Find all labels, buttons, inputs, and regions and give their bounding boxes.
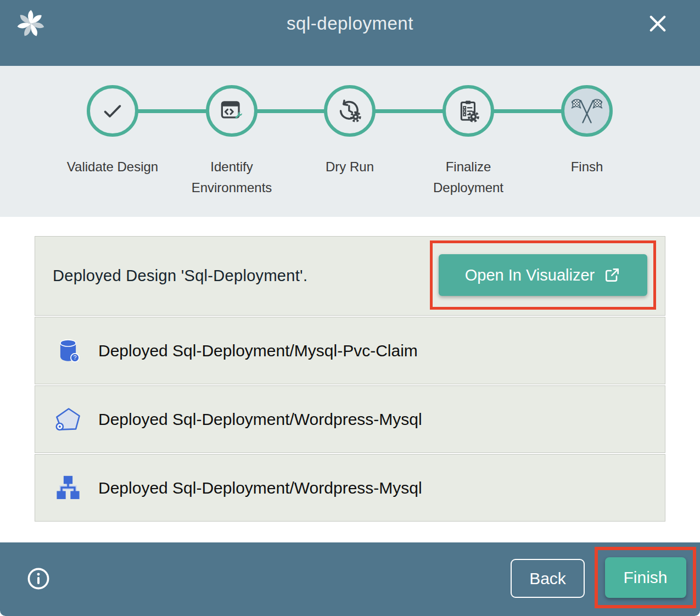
- hierarchy-icon: [54, 474, 82, 502]
- stepper: Validate Design Identify Environments: [0, 66, 700, 217]
- pentagon-icon: [54, 405, 82, 434]
- modal-header: sql-deployment: [0, 0, 700, 66]
- result-row-text: Deployed Sql-Deployment/Wordpress-Mysql: [98, 479, 422, 497]
- step-identify-environments: Identify Environments: [172, 85, 291, 199]
- result-row-wordpress-mysql-1: Deployed Sql-Deployment/Wordpress-Mysql: [35, 385, 665, 453]
- design-status-row: Deployed Design 'Sql-Deployment'. Open I…: [35, 236, 665, 316]
- design-status-text: Deployed Design 'Sql-Deployment'.: [53, 267, 307, 285]
- annotation-finish: Finish: [595, 547, 696, 608]
- external-link-icon: [603, 266, 621, 284]
- result-row-text: Deployed Sql-Deployment/Wordpress-Mysql: [98, 410, 422, 429]
- step-label: Dry Run: [303, 156, 396, 177]
- checkmark-icon[interactable]: [87, 85, 138, 137]
- step-label: Identify Environments: [185, 156, 278, 199]
- finish-flags-icon[interactable]: [561, 85, 613, 137]
- back-button[interactable]: Back: [511, 559, 585, 598]
- result-row-wordpress-mysql-2: Deployed Sql-Deployment/Wordpress-Mysql: [35, 454, 665, 522]
- deployment-modal: sql-deployment Validate Design: [0, 0, 700, 616]
- deployment-results: Deployed Design 'Sql-Deployment'. Open I…: [0, 217, 700, 542]
- step-label: Finsh: [540, 156, 634, 177]
- step-dry-run: Dry Run: [290, 85, 409, 177]
- close-icon[interactable]: [646, 12, 669, 35]
- open-in-visualizer-button[interactable]: Open In Visualizer: [439, 254, 647, 296]
- step-validate-design: Validate Design: [53, 85, 172, 177]
- open-in-visualizer-label: Open In Visualizer: [465, 266, 595, 284]
- result-row-text: Deployed Sql-Deployment/Mysql-Pvc-Claim: [98, 341, 418, 360]
- step-label: Validate Design: [66, 156, 159, 177]
- svg-text:?: ?: [73, 354, 76, 361]
- code-config-icon[interactable]: [206, 85, 257, 137]
- database-icon: ?: [54, 337, 82, 365]
- step-label: Finalize Deployment: [422, 156, 515, 199]
- step-finsh: Finsh: [528, 85, 646, 177]
- result-row-mysql-pvc-claim: ? Deployed Sql-Deployment/Mysql-Pvc-Clai…: [35, 317, 665, 384]
- annotation-open-in-visualizer: Open In Visualizer: [430, 240, 656, 310]
- info-circle-icon[interactable]: [26, 567, 51, 591]
- finish-button[interactable]: Finish: [605, 557, 686, 598]
- modal-footer: Back Finish: [0, 542, 700, 616]
- step-finalize-deployment: Finalize Deployment: [409, 85, 528, 199]
- modal-title: sql-deployment: [0, 13, 700, 34]
- dry-run-icon[interactable]: [324, 85, 376, 137]
- clipboard-gear-icon[interactable]: [443, 85, 494, 137]
